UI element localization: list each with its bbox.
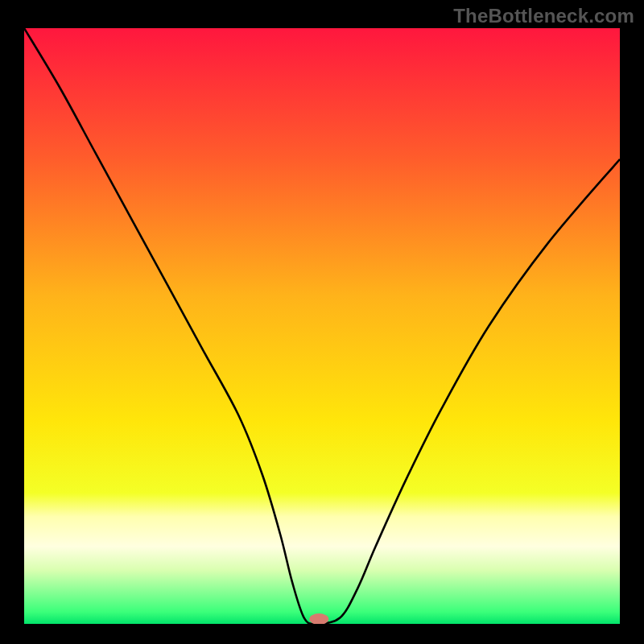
chart-frame: TheBottleneck.com [0,0,644,644]
bottleneck-curve-chart [24,28,620,624]
plot-area [24,28,620,624]
gradient-background [24,28,620,624]
watermark-label: TheBottleneck.com [453,5,634,27]
